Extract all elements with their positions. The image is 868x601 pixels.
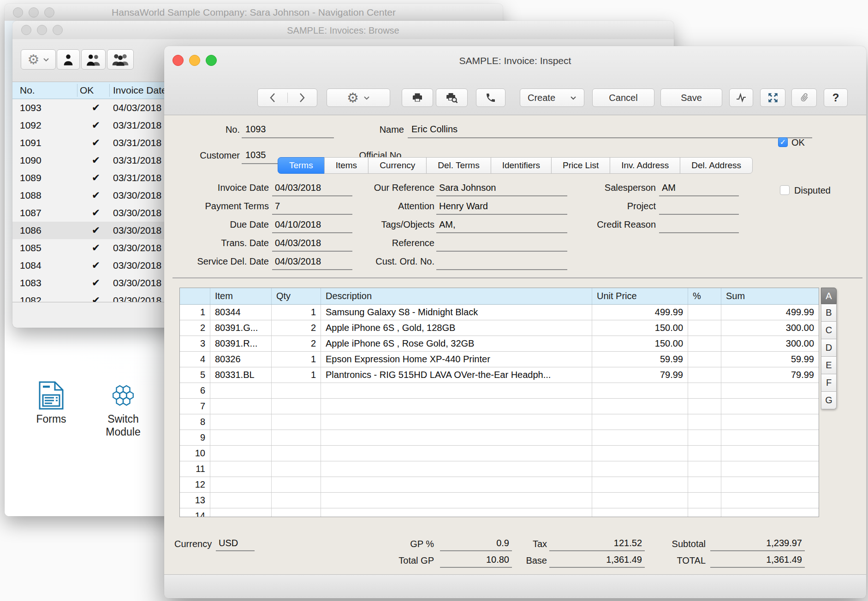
line-qty[interactable]	[272, 477, 321, 492]
activity-button[interactable]	[729, 88, 753, 107]
line-unit-price[interactable]	[592, 383, 688, 398]
line-item-code[interactable]	[210, 508, 272, 517]
line-qty[interactable]	[272, 399, 321, 414]
flip-tab[interactable]: G	[821, 392, 837, 409]
column-separator[interactable]	[109, 84, 110, 97]
line-unit-price[interactable]	[592, 399, 688, 414]
field-input[interactable]: 04/03/2018	[272, 253, 352, 270]
flip-tab[interactable]: A	[821, 288, 837, 304]
line-unit-price[interactable]: 499.99	[592, 305, 688, 320]
line-item-code[interactable]	[210, 383, 272, 398]
invoice-no-field[interactable]: 1093	[242, 121, 334, 138]
field-input[interactable]: Sara Johnson	[436, 180, 567, 196]
ok-checkbox[interactable]: ✓	[778, 137, 788, 147]
line-percent[interactable]	[688, 477, 721, 492]
line-sum[interactable]	[721, 493, 819, 508]
save-button[interactable]: Save	[660, 88, 722, 107]
invoice-inspect-titlebar[interactable]: SAMPLE: Invoice: Inspect ⚙	[164, 46, 866, 115]
line-percent[interactable]	[688, 493, 721, 508]
column-header-sum[interactable]: Sum	[721, 288, 819, 304]
line-sum[interactable]: 300.00	[721, 336, 819, 351]
tab[interactable]: Price List	[551, 157, 610, 174]
tab[interactable]: Items	[324, 157, 369, 174]
line-percent[interactable]	[688, 461, 721, 477]
line-percent[interactable]	[688, 367, 721, 383]
field-input[interactable]	[436, 235, 567, 252]
line-sum[interactable]	[721, 430, 819, 445]
line-item-code[interactable]: 80344	[210, 305, 272, 320]
line-unit-price[interactable]	[592, 414, 688, 430]
line-sum[interactable]	[721, 399, 819, 414]
line-description[interactable]: Plantronics - RIG 515HD LAVA OVer-the-Ea…	[321, 367, 592, 383]
line-unit-price[interactable]: 150.00	[592, 336, 688, 351]
column-header-description[interactable]: Description	[321, 288, 592, 304]
line-qty[interactable]	[272, 430, 321, 445]
column-header-no[interactable]: No.	[20, 82, 35, 99]
line-item-code[interactable]: 80391.R...	[210, 336, 272, 351]
line-percent[interactable]	[688, 399, 721, 414]
line-unit-price[interactable]	[592, 461, 688, 477]
cancel-button[interactable]: Cancel	[592, 88, 654, 107]
line-percent[interactable]	[688, 336, 721, 351]
contact-pair-button[interactable]	[81, 49, 106, 70]
line-qty[interactable]: 1	[272, 367, 321, 383]
line-percent[interactable]	[688, 430, 721, 445]
help-button[interactable]: ?	[824, 88, 848, 107]
field-input[interactable]: AM,	[436, 217, 567, 233]
flip-tab[interactable]: B	[821, 304, 837, 322]
disputed-checkbox[interactable]	[780, 185, 790, 195]
field-input[interactable]: 04/03/2018	[272, 235, 352, 252]
line-percent[interactable]	[688, 414, 721, 430]
tab[interactable]: Identifiers	[491, 157, 552, 174]
line-percent[interactable]	[688, 320, 721, 336]
line-description[interactable]	[321, 383, 592, 398]
flip-tab[interactable]: E	[821, 357, 837, 374]
line-unit-price[interactable]	[592, 493, 688, 508]
column-header-item[interactable]: Item	[210, 288, 272, 304]
line-item-code[interactable]	[210, 414, 272, 430]
line-item-code[interactable]	[210, 446, 272, 461]
field-input[interactable]: 04/10/2018	[272, 217, 352, 233]
create-menu-button[interactable]: Create	[520, 88, 584, 107]
line-percent[interactable]	[688, 508, 721, 517]
line-qty[interactable]	[272, 446, 321, 461]
field-input[interactable]	[436, 253, 567, 270]
field-input[interactable]: Henry Ward	[436, 198, 567, 215]
line-item-code[interactable]: 80326	[210, 352, 272, 367]
contact-person-button[interactable]	[57, 49, 80, 70]
line-sum[interactable]	[721, 446, 819, 461]
operations-menu-button[interactable]: ⚙	[327, 88, 390, 107]
line-sum[interactable]: 499.99	[721, 305, 819, 320]
field-input[interactable]	[659, 217, 739, 233]
line-description[interactable]: Epson Expression Home XP-440 Printer	[321, 352, 592, 367]
tab[interactable]: Currency	[368, 157, 427, 174]
line-item-code[interactable]	[210, 477, 272, 492]
attachments-button[interactable]	[791, 88, 817, 107]
tab[interactable]: Inv. Address	[610, 157, 680, 174]
line-unit-price[interactable]	[592, 508, 688, 517]
field-input[interactable]: 04/03/2018	[272, 180, 352, 196]
field-input[interactable]: AM	[659, 180, 739, 196]
line-unit-price[interactable]: 59.99	[592, 352, 688, 367]
contact-group-button[interactable]	[107, 49, 134, 70]
line-qty[interactable]	[272, 414, 321, 430]
tab[interactable]: Terms	[278, 157, 325, 174]
column-header-qty[interactable]: Qty	[272, 288, 321, 304]
line-description[interactable]	[321, 430, 592, 445]
next-record-button[interactable]	[287, 93, 317, 103]
line-item-code[interactable]: 80331.BL	[210, 367, 272, 383]
line-percent[interactable]	[688, 352, 721, 367]
line-qty[interactable]: 1	[272, 305, 321, 320]
line-qty[interactable]: 2	[272, 320, 321, 336]
line-description[interactable]	[321, 446, 592, 461]
navigation-center-titlebar[interactable]: HansaWorld Sample Company: Sara Johnson …	[5, 4, 503, 21]
line-sum[interactable]: 79.99	[721, 367, 819, 383]
line-description[interactable]: Apple iPhone 6S , Rose Gold, 32GB	[321, 336, 592, 351]
print-button[interactable]	[402, 88, 433, 107]
line-item-code[interactable]	[210, 399, 272, 414]
line-sum[interactable]	[721, 414, 819, 430]
line-item-code[interactable]	[210, 493, 272, 508]
subtotal-field[interactable]: 1,239.97	[710, 536, 805, 551]
line-sum[interactable]: 59.99	[721, 352, 819, 367]
line-unit-price[interactable]	[592, 430, 688, 445]
